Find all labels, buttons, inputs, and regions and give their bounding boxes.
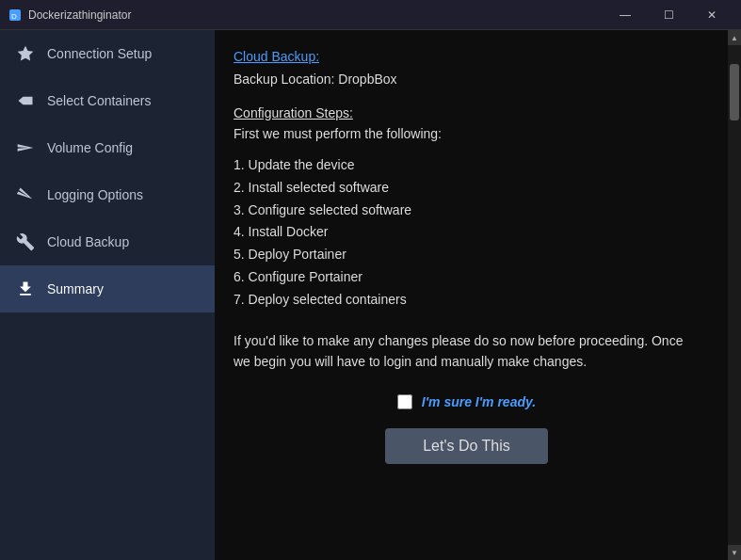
step-4: 4. Install Docker [234,221,700,244]
step-7: 7. Deploy selected containers [234,289,700,312]
step-5: 5. Deploy Portainer [234,244,700,266]
config-intro: First we must perform the following: [234,126,700,141]
sidebar-item-logging-options-label: Logging Options [47,187,143,202]
svg-text:D: D [11,12,17,21]
steps-list: 1. Update the device 2. Install selected… [234,154,700,312]
content-area: Cloud Backup: Backup Location: DropbBox … [215,30,741,560]
close-button[interactable]: ✕ [690,0,733,30]
wrench-icon [15,232,36,252]
download-icon [15,279,36,299]
ready-checkbox[interactable] [397,394,412,409]
sidebar-item-volume-config-label: Volume Config [47,140,133,155]
scrollbar-track[interactable]: ▲ ▼ [728,30,741,560]
sidebar-item-cloud-backup-label: Cloud Backup [47,234,129,249]
sidebar-item-cloud-backup[interactable]: Cloud Backup [0,218,215,265]
step-3: 3. Configure selected software [234,200,700,222]
sidebar-item-select-containers-label: Select Containers [47,93,152,108]
config-steps-title: Configuration Steps: [234,105,700,120]
step-2: 2. Install selected software [234,177,700,200]
lets-do-this-button[interactable]: Let's Do This [385,428,548,464]
checkbox-label[interactable]: I'm sure I'm ready. [422,394,536,409]
svg-marker-2 [18,46,34,61]
plane-icon [15,137,36,158]
sidebar-item-volume-config[interactable]: Volume Config [0,124,215,171]
sidebar-item-summary[interactable]: Summary [0,265,215,312]
content-scroll: Cloud Backup: Backup Location: DropbBox … [215,30,728,560]
maximize-button[interactable]: ☐ [647,0,690,30]
scrollbar-up-arrow[interactable]: ▲ [728,30,741,45]
section-title: Cloud Backup: [234,49,700,64]
main-layout: Connection Setup Select Containers Volum… [0,30,741,560]
minimize-button[interactable]: — [604,0,647,30]
sidebar-item-connection-setup-label: Connection Setup [47,46,152,61]
app-title: Dockerizathinginator [28,8,131,22]
scrollbar-down-arrow[interactable]: ▼ [728,545,741,560]
notice-text: If you'd like to make any changes please… [234,330,700,373]
app-icon: D [8,8,23,23]
title-bar: D Dockerizathinginator — ☐ ✕ [0,0,741,30]
sidebar: Connection Setup Select Containers Volum… [0,30,215,560]
title-bar-left: D Dockerizathinginator [8,8,131,23]
sidebar-item-select-containers[interactable]: Select Containers [0,77,215,124]
tag-icon [15,90,36,111]
checkbox-row: I'm sure I'm ready. [234,394,700,409]
log-icon [15,184,36,205]
scrollbar-thumb[interactable] [730,64,739,120]
window-controls: — ☐ ✕ [604,0,733,30]
sidebar-item-summary-label: Summary [47,281,104,296]
step-1: 1. Update the device [234,154,700,177]
sidebar-item-logging-options[interactable]: Logging Options [0,171,215,218]
backup-location: Backup Location: DropbBox [234,72,700,87]
star-icon [15,43,36,64]
sidebar-item-connection-setup[interactable]: Connection Setup [0,30,215,77]
step-6: 6. Configure Portainer [234,266,700,289]
